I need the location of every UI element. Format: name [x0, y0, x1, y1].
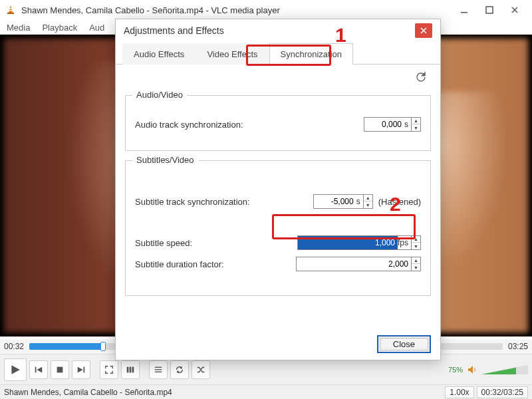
- tab-video-effects[interactable]: Video Effects: [196, 43, 269, 65]
- sub-speed-spinner[interactable]: fps ▲▼: [297, 235, 421, 250]
- svg-rect-1: [7, 13, 14, 14]
- dialog-tabs: Audio Effects Video Effects Synchronizat…: [116, 42, 440, 65]
- prev-button[interactable]: [29, 360, 48, 379]
- svg-rect-14: [132, 366, 134, 372]
- svg-marker-10: [78, 366, 83, 372]
- sub-sync-unit: s: [356, 197, 363, 206]
- close-icon: [420, 27, 427, 34]
- vlc-logo-icon: [5, 5, 16, 15]
- sub-sync-spinner[interactable]: s ▲▼: [313, 194, 373, 209]
- maximize-button[interactable]: [477, 1, 501, 19]
- audio-sync-label: Audio track synchronization:: [135, 120, 364, 130]
- svg-rect-9: [57, 366, 63, 372]
- sub-dur-label: Subtitle duration factor:: [135, 259, 296, 269]
- spin-up-icon[interactable]: ▲: [412, 236, 420, 243]
- svg-rect-4: [461, 12, 467, 13]
- menu-audio[interactable]: Aud: [89, 23, 104, 33]
- status-speed[interactable]: 1.00x: [445, 386, 473, 398]
- svg-rect-11: [84, 366, 85, 372]
- dialog-close-button[interactable]: [415, 23, 432, 38]
- close-button[interactable]: Close: [377, 335, 431, 353]
- window-titlebar: Shawn Mendes, Camila Cabello - Señorita.…: [0, 0, 532, 20]
- svg-marker-22: [481, 367, 516, 374]
- ext-settings-button[interactable]: [121, 360, 140, 379]
- group-audio-video-legend: Audio/Video: [132, 90, 187, 100]
- svg-rect-2: [9, 8, 11, 9]
- group-audio-video: Audio/Video Audio track synchronization:…: [125, 95, 431, 151]
- svg-rect-17: [155, 371, 162, 372]
- audio-sync-unit: s: [404, 120, 411, 129]
- volume-slider[interactable]: [481, 365, 528, 374]
- playlist-button[interactable]: [149, 360, 168, 379]
- time-current: 00:32: [4, 342, 24, 351]
- sub-sync-note: (Hastened): [378, 197, 421, 207]
- status-filename: Shawn Mendes, Camila Cabello - Señorita.…: [4, 388, 172, 397]
- svg-rect-13: [130, 366, 132, 372]
- tab-audio-effects[interactable]: Audio Effects: [122, 43, 196, 65]
- svg-rect-16: [155, 369, 162, 370]
- svg-rect-3: [9, 10, 13, 11]
- seek-knob[interactable]: [100, 342, 106, 351]
- sub-sync-input[interactable]: [314, 195, 356, 208]
- time-total: 03:25: [508, 342, 528, 351]
- svg-marker-6: [11, 365, 19, 374]
- stop-button[interactable]: [51, 360, 69, 379]
- loop-button[interactable]: [170, 360, 189, 379]
- statusbar: Shawn Mendes, Camila Cabello - Señorita.…: [0, 384, 532, 399]
- svg-rect-15: [155, 366, 162, 367]
- spin-up-icon[interactable]: ▲: [364, 195, 372, 201]
- sub-dur-input[interactable]: [297, 257, 411, 271]
- minimize-button[interactable]: [452, 1, 476, 19]
- random-button[interactable]: [192, 360, 210, 379]
- audio-sync-spinner[interactable]: s ▲▼: [364, 117, 421, 132]
- svg-rect-12: [127, 366, 129, 372]
- sub-speed-unit: fps: [398, 238, 411, 247]
- close-window-button[interactable]: [503, 1, 527, 19]
- status-time: 00:32/03:25: [477, 386, 528, 398]
- spin-up-icon[interactable]: ▲: [412, 257, 420, 264]
- sub-speed-input[interactable]: [298, 236, 398, 249]
- fullscreen-button[interactable]: [100, 360, 118, 379]
- refresh-button[interactable]: [415, 71, 430, 86]
- speaker-icon[interactable]: [467, 364, 477, 375]
- spin-down-icon[interactable]: ▼: [412, 243, 420, 249]
- menu-media[interactable]: Media: [7, 23, 30, 33]
- sub-dur-spinner[interactable]: ▲▼: [296, 257, 421, 271]
- play-button[interactable]: [4, 358, 27, 381]
- svg-rect-7: [35, 366, 37, 372]
- svg-marker-20: [468, 366, 473, 374]
- svg-marker-8: [37, 366, 42, 372]
- tab-synchronization[interactable]: Synchronization: [269, 43, 354, 65]
- window-title: Shawn Mendes, Camila Cabello - Señorita.…: [21, 5, 280, 15]
- spin-down-icon[interactable]: ▼: [412, 124, 420, 131]
- volume-percent: 75%: [448, 366, 463, 374]
- sub-speed-label: Subtitle speed:: [135, 238, 297, 248]
- dialog-title: Adjustments and Effects: [124, 25, 224, 36]
- adjustments-dialog: Adjustments and Effects Audio Effects Vi…: [115, 19, 441, 360]
- sub-sync-label: Subtitle track synchronization:: [135, 197, 313, 207]
- group-subtitles-legend: Subtitles/Video: [132, 155, 198, 165]
- refresh-icon: [415, 71, 427, 83]
- audio-sync-input[interactable]: [364, 118, 404, 131]
- next-button[interactable]: [72, 360, 90, 379]
- spin-down-icon[interactable]: ▼: [412, 264, 420, 271]
- svg-rect-5: [486, 7, 493, 13]
- spin-down-icon[interactable]: ▼: [364, 201, 372, 208]
- menu-playback[interactable]: Playback: [42, 23, 77, 33]
- group-subtitles-video: Subtitles/Video Subtitle track synchroni…: [125, 160, 431, 296]
- spin-up-icon[interactable]: ▲: [412, 118, 420, 124]
- seek-progress: [29, 343, 100, 350]
